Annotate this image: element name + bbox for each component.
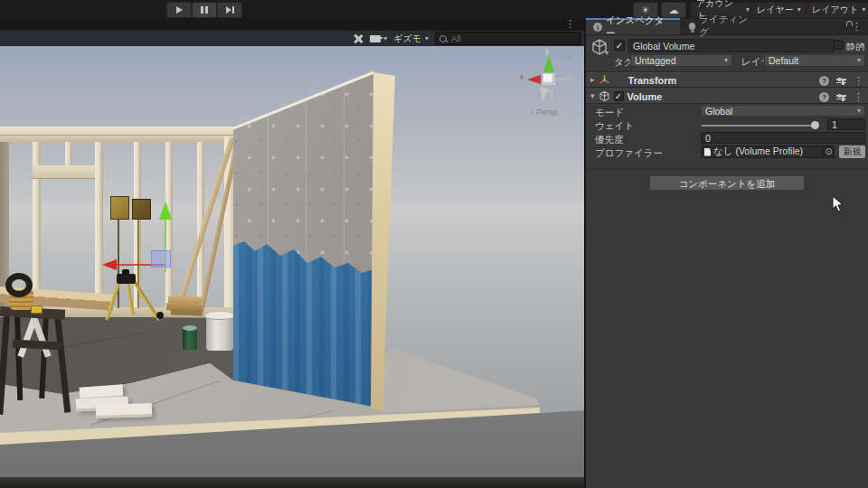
gizmo-neg-cone[interactable] (546, 88, 556, 102)
profile-object-field[interactable]: なし (Volume Profile) (701, 145, 835, 158)
paint-bucket[interactable] (206, 315, 233, 351)
bulb-icon (689, 23, 695, 30)
chevron-down-icon: ▾ (797, 6, 801, 14)
profile-label: プロファイラー (595, 147, 663, 160)
rope-coil[interactable] (5, 273, 33, 297)
volume-title: Volume (627, 91, 663, 102)
transform-component-header[interactable]: ▸ Transform ? ⋮ (586, 72, 868, 88)
drywall-screw-spots (233, 73, 373, 281)
chevron-down-icon: ▾ (862, 6, 865, 14)
door-header (33, 165, 103, 179)
preset-icon[interactable] (836, 79, 846, 83)
door-cripple-stud (65, 142, 72, 167)
static-checkbox[interactable] (834, 40, 844, 50)
framing-stud[interactable] (165, 142, 173, 310)
play-button[interactable] (166, 2, 192, 18)
tab-lighting[interactable]: ライティング (682, 18, 760, 34)
scene-camera-dropdown[interactable]: ▾ (370, 35, 387, 42)
drywall-board[interactable] (96, 403, 152, 418)
tripod-knob (122, 269, 129, 275)
section-divider (586, 168, 868, 169)
priority-value-field[interactable]: 0 (701, 132, 865, 144)
tripod-head[interactable] (117, 274, 136, 284)
chevron-down-icon: ▾ (425, 35, 429, 42)
scene-tools-icon[interactable] (353, 33, 363, 44)
paint-can-green[interactable] (183, 328, 197, 350)
gizmos-label: ギズモ (393, 33, 421, 45)
inspector-menu-icon[interactable]: ⋮ (852, 22, 862, 32)
object-picker-button[interactable]: ⊙ (823, 145, 835, 158)
inspector-tab-bar: i インスペクター ライティング ⋮ (586, 18, 868, 35)
pause-icon (201, 6, 208, 14)
chevron-down-icon: ▾ (724, 57, 728, 64)
transform-icon (599, 74, 610, 86)
step-icon (226, 6, 231, 14)
sprayer-base[interactable] (156, 312, 164, 319)
profile-new-button[interactable]: 新規 (839, 145, 865, 158)
volume-properties: モード Global ▾ ウェイト 1 優先度 0 プロファイラー なし (Vo… (586, 104, 868, 169)
gizmo-x-cone[interactable] (527, 75, 541, 84)
foldout-caret-icon[interactable]: ▾ (590, 92, 595, 100)
gizmo-axis-x-arrow[interactable] (102, 259, 117, 270)
gizmo-axis-y-arrow[interactable] (159, 202, 172, 220)
electrical-box[interactable] (132, 199, 151, 220)
lumber-stack (171, 309, 202, 315)
tag-dropdown[interactable]: Untagged ▾ (630, 54, 732, 67)
document-icon (704, 148, 711, 156)
mode-dropdown[interactable]: Global ▾ (701, 105, 865, 117)
gizmo-plane-handle[interactable] (151, 250, 171, 267)
layers-dropdown[interactable]: レイヤー ▾ (750, 2, 812, 18)
scene-tab-strip: ⋮ (0, 18, 584, 30)
gizmo-z-cone[interactable] (565, 74, 574, 81)
ground-dark-strip (0, 477, 584, 488)
scene-search-field[interactable] (435, 32, 581, 45)
level-tool[interactable] (31, 305, 42, 314)
layout-label: レイアウト (812, 4, 858, 16)
paint-bucket-lid (205, 312, 234, 320)
gizmos-dropdown[interactable]: ギズモ ▾ (393, 33, 429, 45)
add-component-button[interactable]: コンポーネントを追加 (649, 175, 805, 191)
gizmo-center-cube[interactable] (542, 73, 555, 85)
scene-panel-menu-icon[interactable]: ⋮ (565, 19, 575, 29)
info-icon: i (593, 23, 602, 32)
help-icon[interactable]: ? (819, 76, 829, 86)
search-input[interactable] (449, 33, 561, 44)
paint-roller-streaks (233, 245, 373, 408)
component-menu-icon[interactable]: ⋮ (854, 76, 863, 86)
layer-dropdown[interactable]: Default ▾ (764, 54, 865, 67)
volume-enabled-checkbox[interactable]: ✓ (614, 91, 624, 101)
gizmo-y-cone[interactable] (543, 55, 554, 72)
electrical-box[interactable] (110, 196, 129, 220)
framing-top-plate[interactable] (0, 127, 237, 135)
scene-gizmo: y x ‹ Persp (511, 46, 584, 123)
search-icon (439, 35, 447, 42)
static-caret-icon[interactable]: ▾ (861, 42, 864, 49)
foldout-caret-icon[interactable]: ▸ (590, 76, 595, 84)
active-checkbox[interactable]: ✓ (614, 40, 625, 51)
gizmo-y-label: y (545, 46, 550, 55)
help-icon[interactable]: ? (819, 92, 829, 102)
chevron-down-icon: ▾ (857, 57, 861, 64)
step-button[interactable] (217, 2, 242, 18)
tab-inspector[interactable]: i インスペクター (586, 18, 680, 34)
component-menu-icon[interactable]: ⋮ (854, 92, 863, 102)
pause-button[interactable] (192, 2, 217, 18)
volume-component-header[interactable]: ▾ ✓ Volume ? ⋮ (586, 89, 868, 104)
scene-viewport[interactable]: y x ‹ Persp (0, 46, 584, 488)
layout-dropdown[interactable]: レイアウト ▾ (806, 2, 868, 18)
gizmo-persp-label[interactable]: ‹ Persp (531, 108, 558, 117)
scene-view-toolbar: ▾ ギズモ ▾ (0, 30, 584, 46)
gizmo-lock-icon[interactable] (567, 55, 571, 60)
preset-icon[interactable] (836, 95, 846, 99)
door-jamb-right[interactable] (95, 142, 103, 310)
gameobject-name-field[interactable] (628, 39, 835, 52)
camera-icon (370, 35, 381, 42)
unity-editor-window: { "titlebar": { "account_label": "アカウント"… (0, 0, 868, 488)
gameobject-icon-caret[interactable]: ▾ (605, 50, 609, 57)
paint-can-lid (183, 325, 197, 331)
persp-chevron-icon: ‹ (531, 108, 533, 117)
chevron-down-icon: ▾ (857, 108, 861, 115)
weight-value-field[interactable]: 1 (827, 118, 865, 130)
weight-slider-track[interactable] (702, 125, 816, 127)
weight-slider-thumb[interactable] (811, 121, 819, 129)
